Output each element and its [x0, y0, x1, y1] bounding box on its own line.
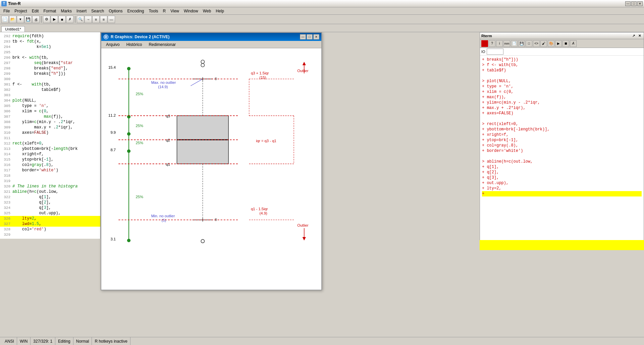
code-editor[interactable]: 292require(fdth) 293tb <- fdt(x, 294 k=5…: [0, 32, 101, 239]
r-icon: R: [103, 34, 109, 40]
menu-search[interactable]: Search: [89, 8, 106, 14]
rterm-btn-mm[interactable]: mm: [503, 40, 510, 47]
menu-file[interactable]: File: [1, 8, 12, 14]
svg-text:11.2: 11.2: [108, 113, 116, 117]
rterm-btn-help[interactable]: ?: [489, 40, 495, 47]
gfx-close[interactable]: ✕: [313, 34, 319, 40]
code-line-312: 312rect(xleft=0,: [0, 141, 100, 146]
code-lines: 292require(fdth) 293tb <- fdt(x, 294 k=5…: [0, 32, 100, 239]
toolbar-print[interactable]: 🖨: [32, 16, 40, 23]
gfx-menu-historico[interactable]: Histórico: [124, 42, 145, 48]
toolbar-sep2: [75, 16, 75, 23]
toolbar-open-dropdown[interactable]: ▾: [17, 16, 24, 23]
code-line-316: 316 col=gray(.8),: [0, 162, 100, 168]
window-controls: — □ ✕: [625, 1, 643, 6]
code-line-329: 329: [0, 232, 100, 237]
svg-text:25%: 25%: [136, 92, 144, 96]
code-line-318: 318: [0, 173, 100, 178]
code-line-299: 299 breaks["h"])): [0, 71, 100, 76]
menu-insert[interactable]: Insert: [74, 8, 89, 14]
rterm-btn-play[interactable]: ▶: [555, 40, 562, 47]
gfx-title-bar: R R Graphics: Device 2 (ACTIVE) — □ ✕: [101, 33, 321, 41]
toolbar-clear[interactable]: ✗: [66, 16, 73, 23]
menu-encoding[interactable]: Encoding: [125, 8, 146, 14]
rterm-btn-brush[interactable]: 🖌: [540, 40, 547, 47]
code-line-302: 302 table$f): [0, 87, 100, 93]
menu-options[interactable]: Options: [107, 8, 124, 14]
plot-svg: 15.4 11.2 9.9 8.7 3.1 25% 25% 25% 25%: [101, 48, 321, 290]
toolbar-search[interactable]: 🔍: [77, 16, 84, 23]
svg-text:q2: q2: [166, 138, 170, 142]
menu-edit[interactable]: Edit: [30, 8, 41, 14]
gfx-maximize[interactable]: □: [307, 34, 313, 40]
code-line-319: 319: [0, 178, 100, 184]
toolbar-align-left[interactable]: ≡: [92, 16, 100, 23]
maximize-button[interactable]: □: [631, 1, 637, 6]
svg-text:8.7: 8.7: [110, 148, 116, 152]
menu-r[interactable]: R: [161, 8, 168, 14]
toolbar-minus[interactable]: —: [108, 16, 115, 23]
code-line-297: 297 seq(breaks["star: [0, 60, 100, 66]
svg-text:q1: q1: [166, 162, 170, 166]
status-bar: ANSI WIN 327/329: 1 Editing Normal R hot…: [0, 337, 644, 345]
toolbar-compile[interactable]: ⚙: [43, 16, 50, 23]
svg-point-37: [201, 239, 204, 243]
close-button[interactable]: ✕: [637, 1, 643, 6]
svg-text:25%: 25%: [136, 141, 144, 145]
menu-window[interactable]: Window: [182, 8, 200, 14]
menu-help[interactable]: Help: [214, 8, 226, 14]
menu-tools[interactable]: Tools: [147, 8, 160, 14]
toolbar-new[interactable]: 📄: [1, 16, 9, 23]
rterm-btn-stop-r[interactable]: ⏹: [562, 40, 569, 47]
rterm-controls: ↗ ✕: [631, 34, 642, 38]
rterm-toolbar: ? i mm 📄 💾 □ <> 🖌 🎨 ▶ ⏹ A: [480, 39, 644, 48]
toolbar-sep1: [41, 16, 42, 23]
rterm-btn-file[interactable]: 📄: [511, 40, 518, 47]
menu-marks[interactable]: Marks: [59, 8, 74, 14]
rterm-io-label: IO: [481, 50, 485, 54]
gfx-minimize[interactable]: —: [300, 34, 306, 40]
rterm-btn-code[interactable]: <>: [533, 40, 540, 47]
status-hotkeys: R hotkeys inactive: [92, 337, 130, 345]
rterm-btn-font[interactable]: A: [570, 40, 577, 47]
svg-marker-54: [303, 237, 306, 240]
rterm-close-icon[interactable]: ✕: [637, 34, 642, 38]
rterm-content: + breaks["h"])) > f <- with(tb, + table$…: [480, 56, 644, 242]
toolbar-align-center[interactable]: ≡: [100, 16, 107, 23]
toolbar-save[interactable]: 💾: [24, 16, 32, 23]
code-line-328: 328 col='red'): [0, 227, 100, 232]
status-platform: WIN: [17, 337, 31, 345]
code-line-310: 310 axes=FALSE): [0, 130, 100, 135]
minimize-button[interactable]: —: [625, 1, 631, 6]
svg-text:8: 8: [215, 218, 217, 222]
tab-untitled1[interactable]: Untitled1*: [1, 26, 25, 32]
menu-web[interactable]: Web: [201, 8, 213, 14]
menu-view[interactable]: View: [168, 8, 181, 14]
code-line-294: 294 k=5e1): [0, 44, 100, 50]
svg-text:8: 8: [215, 77, 217, 81]
toolbar-indent[interactable]: →: [85, 16, 92, 23]
rterm-btn-red[interactable]: [481, 40, 488, 47]
menu-format[interactable]: Format: [41, 8, 58, 14]
svg-text:15.4: 15.4: [108, 65, 116, 69]
toolbar-run[interactable]: ▶: [51, 16, 58, 23]
rterm-float-icon[interactable]: ↗: [631, 34, 636, 38]
toolbar-stop[interactable]: ■: [58, 16, 66, 23]
rterm-btn-box[interactable]: □: [526, 40, 532, 47]
toolbar-open[interactable]: 📂: [9, 16, 16, 23]
svg-text:25%: 25%: [136, 124, 144, 128]
code-line-298: 298 breaks["end"],: [0, 66, 100, 71]
svg-marker-48: [303, 62, 306, 65]
rterm-btn-palette[interactable]: 🎨: [548, 40, 554, 47]
menu-project[interactable]: Project: [12, 8, 29, 14]
gfx-menu-arquivo[interactable]: Arquivo: [103, 42, 122, 48]
rterm-btn-info[interactable]: i: [496, 40, 503, 47]
code-line-325: 325 out.upp),: [0, 211, 100, 216]
svg-point-8: [127, 67, 130, 70]
gfx-menu-redimensionar[interactable]: Redimensionar: [146, 42, 178, 48]
code-line-320: 320# The lines in the histogra: [0, 184, 100, 189]
rterm-btn-save[interactable]: 💾: [518, 40, 525, 47]
rterm-io-input[interactable]: [487, 49, 503, 55]
app-title: Tinn-R: [8, 1, 21, 6]
code-line-300: 300: [0, 76, 100, 82]
